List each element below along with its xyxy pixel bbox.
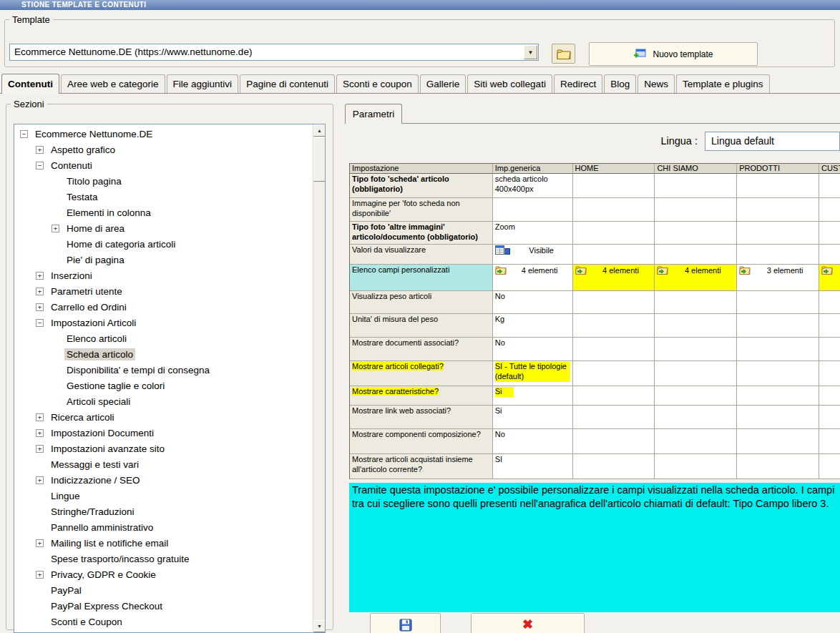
setting-value-cell[interactable] [655,245,737,265]
setting-value-cell[interactable]: SI - Tutte le tipologie (default) [493,361,573,386]
setting-value-cell[interactable] [819,406,840,429]
setting-value-cell[interactable] [655,198,737,222]
setting-value-cell[interactable] [819,429,840,454]
tree-item-elementi-in-colonna[interactable]: Elementi in colonna [14,205,312,220]
setting-value-cell[interactable] [573,245,655,265]
tree-item-elenco-articoli[interactable]: Elenco articoli [14,330,312,346]
tree-item-disponibilita-e-tempi-di-consegna[interactable]: Disponibilita' e tempi di consegna [14,362,312,378]
tree-item-ricerca-articoli[interactable]: +Ricerca articoli [14,409,312,425]
tree-item-pannello-amministrativo[interactable]: Pannello amministrativo [14,519,312,535]
tree-expand-toggle[interactable]: + [36,272,44,280]
setting-value-cell[interactable] [737,338,819,361]
tab-gallerie[interactable]: Gallerie [420,74,467,93]
setting-value-cell[interactable] [737,386,819,406]
tree-expand-toggle[interactable]: + [36,303,44,311]
setting-value-cell[interactable] [655,386,737,406]
template-combobox[interactable]: Ecommerce Nettunome.DE (https://www.nett… [9,44,539,61]
setting-value-cell[interactable] [655,314,737,338]
setting-value-cell[interactable] [819,265,840,291]
tree-item-mailing-list-e-notifiche-email[interactable]: +Mailing list e notifiche email [14,535,312,551]
tab-contenuti[interactable]: Contenuti [1,74,59,94]
setting-value-cell[interactable]: 4 elementi [493,265,573,291]
setting-value-cell[interactable] [655,429,737,454]
scroll-down-button[interactable]: ▼ [313,620,326,632]
tree-item-indicizzazione-seo[interactable]: +Indicizzazione / SEO [14,472,312,488]
scroll-up-button[interactable]: ▲ [313,124,326,137]
setting-value-cell[interactable] [819,314,840,338]
setting-value-cell[interactable] [819,386,840,406]
setting-value-cell[interactable] [737,361,819,386]
tree-item-titolo-pagina[interactable]: Titolo pagina [14,173,312,189]
setting-value-cell[interactable] [573,314,655,338]
setting-value-cell[interactable]: No [493,429,573,454]
setting-value-cell[interactable] [737,406,819,429]
setting-value-cell[interactable] [573,406,655,429]
tree-item-spese-trasporto-incasso-gratuite[interactable]: Spese trasporto/incasso gratuite [14,551,312,566]
tree-expand-toggle[interactable]: + [36,288,44,295]
tab-siti-web-collegati[interactable]: Siti web collegati [467,74,552,93]
tree-expand-toggle[interactable]: − [36,319,44,327]
tab-sconti-e-coupon[interactable]: Sconti e coupon [336,74,419,93]
setting-value-cell[interactable]: No [493,291,573,314]
lingua-select[interactable]: Lingua default [705,132,840,151]
tab-redirect[interactable]: Redirect [554,74,602,93]
tree-item-pie-di-pagina[interactable]: Pie' di pagina [14,252,312,268]
scroll-thumb[interactable] [313,137,326,182]
tree-expand-toggle[interactable]: + [36,445,44,453]
setting-value-cell[interactable] [819,198,840,222]
tab-news[interactable]: News [638,74,675,93]
tree-item-parametri-utente[interactable]: +Parametri utente [14,283,312,299]
tree-expand-toggle[interactable]: + [36,146,44,154]
setting-value-cell[interactable] [737,291,819,314]
setting-value-cell[interactable] [655,222,737,245]
setting-value-cell[interactable] [573,338,655,361]
tree-expand-toggle[interactable]: + [36,476,44,484]
setting-value-cell[interactable] [819,361,840,386]
combobox-dropdown-arrow[interactable]: ▼ [524,45,537,59]
setting-value-cell[interactable]: 4 elementi [573,265,655,291]
tree-item-home-di-categoria-articoli[interactable]: Home di categoria articoli [14,236,312,252]
tree-expand-toggle[interactable]: + [36,571,44,579]
tree-item-gestione-taglie-e-colori[interactable]: Gestione taglie e colori [14,378,312,393]
setting-value-cell[interactable]: Si [493,386,573,406]
tree-item-testata[interactable]: Testata [14,189,312,205]
tab-template-e-plugins[interactable]: Template e plugins [676,74,770,93]
tree-scrollbar[interactable]: ▲ ▼ [313,124,325,632]
setting-value-cell[interactable] [573,198,655,222]
tree-expand-toggle[interactable]: + [36,429,44,437]
tree-item-home-di-area[interactable]: +Home di area [14,220,312,236]
tree-item-impostazioni-articoli[interactable]: −Impostazioni Articoli [14,315,312,330]
tree-expand-toggle[interactable]: + [36,413,44,421]
setting-value-cell[interactable] [819,291,840,314]
tree-item-scheda-articolo[interactable]: Scheda articolo [14,346,312,362]
tree-item-articoli-speciali[interactable]: Articoli speciali [14,393,312,409]
tree-item-lingue[interactable]: Lingue [14,488,312,504]
setting-value-cell[interactable] [819,245,840,265]
tree-item-paypal[interactable]: PayPal [14,582,312,598]
tab-blog[interactable]: Blog [604,74,636,93]
tree-item-inserzioni[interactable]: +Inserzioni [14,268,312,283]
tree-item-impostazioni-avanzate-sito[interactable]: +Impostazioni avanzate sito [14,441,312,456]
setting-value-cell[interactable]: Si [493,406,573,429]
tree-item-ecommerce-nettunome-de[interactable]: −Ecommerce Nettunome.DE [14,126,312,142]
tab-aree-web-e-categorie[interactable]: Aree web e categorie [61,74,165,93]
setting-value-cell[interactable] [737,222,819,245]
setting-value-cell[interactable]: Visibile [493,245,573,265]
new-template-button[interactable]: Nuovo template [589,42,758,66]
tree-item-messaggi-e-testi-vari[interactable]: Messaggi e testi vari [14,456,312,472]
setting-value-cell[interactable] [655,406,737,429]
setting-value-cell[interactable]: Zoom [493,222,573,245]
setting-value-cell[interactable] [573,454,655,479]
setting-value-cell[interactable]: No [493,338,573,361]
setting-value-cell[interactable] [819,174,840,198]
tree-item-contenuti[interactable]: −Contenuti [14,157,312,173]
setting-value-cell[interactable] [737,245,819,265]
setting-value-cell[interactable] [655,361,737,386]
setting-value-cell[interactable] [737,314,819,338]
setting-value-cell[interactable] [573,429,655,454]
tab-parametri[interactable]: Parametri [345,104,402,124]
save-button[interactable] [370,613,441,633]
setting-value-cell[interactable]: scheda articolo 400x400px [493,174,573,198]
cancel-button[interactable]: ✖ [471,613,585,633]
setting-value-cell[interactable] [737,429,819,454]
